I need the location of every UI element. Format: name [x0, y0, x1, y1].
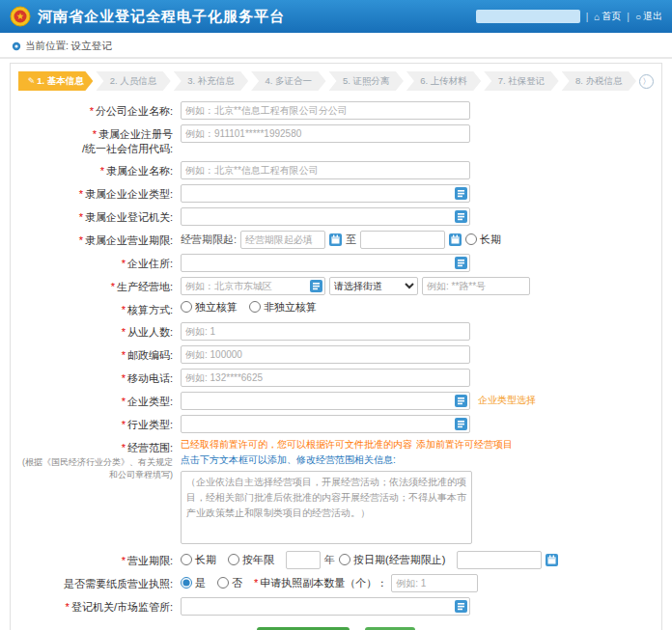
term-years-input[interactable] — [286, 551, 321, 569]
business-scope-sublabel: (根据《国民经济行业分类》、有关规定和公司章程填写) — [16, 456, 173, 480]
user-info-redacted — [476, 10, 580, 23]
step-tab-upload[interactable]: 6. 上传材料 — [406, 71, 481, 91]
form-row-registry: *登记机关/市场监管所: — [16, 596, 656, 616]
business-site-picker-icon[interactable] — [310, 280, 322, 292]
field-label: *隶属企业企业类型: — [16, 183, 181, 202]
registry-picker-icon[interactable] — [455, 600, 467, 613]
parent-authority-picker-icon[interactable] — [455, 210, 467, 223]
term-by-years-option[interactable]: 按年限 — [228, 553, 274, 567]
term-longterm-radio[interactable] — [181, 554, 192, 565]
term-end-date-input[interactable] — [457, 551, 542, 569]
step-label: 3. 补充信息 — [187, 75, 235, 86]
step-label: 8. 办税信息 — [575, 75, 623, 86]
home-link[interactable]: ⌂ 首页 — [594, 10, 621, 23]
parent-term-start-input[interactable] — [240, 231, 325, 249]
term-start-calendar-icon[interactable] — [329, 233, 342, 246]
term-longterm-option[interactable]: 长期 — [181, 553, 216, 567]
breadcrumb: 当前位置: 设立登记 — [25, 40, 112, 53]
home-link-label: 首页 — [602, 10, 621, 23]
business-site-detail-input[interactable] — [422, 277, 530, 295]
address-picker-icon[interactable] — [455, 257, 467, 269]
field-label: *营业期限: — [16, 550, 181, 568]
branch-name-input[interactable] — [181, 101, 470, 120]
field-label: *从业人数: — [16, 321, 181, 340]
parent-term-end-input[interactable] — [360, 231, 445, 249]
company-type-select-link[interactable]: 企业类型选择 — [478, 394, 536, 407]
accounting-independent-option[interactable]: 独立核算 — [181, 300, 238, 315]
accounting-non-independent-option[interactable]: 非独立核算 — [249, 300, 317, 315]
form-row-postcode: *邮政编码: — [16, 344, 656, 364]
industry-type-input[interactable] — [181, 415, 470, 433]
main-content: ✎1. 基本信息 2. 人员信息 3. 补充信息 4. 多证合一 5. 证照分离… — [10, 63, 662, 630]
field-label: *企业住所: — [16, 253, 181, 271]
postcode-input[interactable] — [181, 345, 470, 364]
steps-chevron-right-icon[interactable]: 〉 — [639, 74, 654, 89]
parent-name-input[interactable] — [181, 161, 470, 179]
parent-authority-input[interactable] — [181, 207, 470, 226]
step-tab-supplementary[interactable]: 3. 补充信息 — [174, 71, 248, 91]
edit-icon: ✎ — [28, 76, 36, 86]
paper-license-yes-radio[interactable] — [181, 577, 192, 589]
paper-license-yes-option[interactable]: 是 — [181, 576, 206, 590]
accounting-independent-radio[interactable] — [181, 301, 192, 313]
form-row-company-type: *企业类型: 企业类型选择 — [16, 391, 656, 410]
parent-term-longterm-option[interactable]: 长期 — [465, 233, 501, 247]
license-copies-input[interactable] — [391, 574, 478, 592]
term-to-label: 至 — [346, 233, 356, 247]
national-emblem-icon — [10, 6, 31, 27]
business-scope-textarea[interactable]: （企业依法自主选择经营项目，开展经营活动；依法须经批准的项目，经相关部门批准后依… — [181, 471, 472, 544]
step-tab-multi-cert[interactable]: 4. 多证合一 — [251, 71, 325, 91]
term-end-date-calendar-icon[interactable] — [546, 554, 558, 566]
field-label: *行业类型: — [16, 414, 181, 432]
form-row-business-site: *生产经营地: 请选择街道 — [16, 276, 656, 295]
step-label: 1. 基本信息 — [37, 75, 84, 86]
add-pre-license-link[interactable]: 添加前置许可经营项目 — [416, 439, 513, 450]
step-tab-basic-info[interactable]: ✎1. 基本信息 — [18, 71, 93, 91]
nav-divider: | — [586, 12, 589, 22]
street-select[interactable]: 请选择街道 — [329, 277, 418, 295]
form-row-paper-license: 是否需要纸质营业执照: 是 否 *申请执照副本数量（个）： — [16, 573, 656, 592]
form-row-parent-code: *隶属企业注册号 /统一社会信用代码: — [16, 123, 656, 156]
term-by-date-option[interactable]: 按日期(经营期限止) — [339, 553, 445, 567]
form-row-address: *企业住所: — [16, 253, 656, 272]
form-row-parent-type: *隶属企业企业类型: — [16, 183, 656, 203]
step-tab-personnel[interactable]: 2. 人员信息 — [96, 71, 170, 91]
step-tab-tax-info[interactable]: 8. 办税信息 — [562, 71, 636, 91]
registry-input[interactable] — [181, 597, 470, 616]
term-by-date-radio[interactable] — [339, 554, 350, 565]
employees-input[interactable] — [181, 322, 470, 341]
form-row-business-scope: *经营范围: (根据《国民经济行业分类》、有关规定和公司章程填写) 已经取得前置… — [16, 437, 656, 546]
logout-link-label: 退出 — [643, 10, 662, 23]
term-by-years-radio[interactable] — [228, 554, 239, 565]
app-title: 河南省企业登记全程电子化服务平台 — [38, 8, 285, 26]
company-type-picker-icon[interactable] — [455, 395, 467, 407]
home-icon: ⌂ — [594, 12, 600, 22]
industry-type-picker-icon[interactable] — [455, 418, 467, 430]
mobile-input[interactable] — [181, 369, 470, 387]
term-start-label: 经营期限起: — [181, 233, 237, 247]
parent-type-input[interactable] — [181, 184, 470, 203]
accounting-non-independent-radio[interactable] — [249, 301, 261, 313]
parent-term-longterm-radio[interactable] — [465, 233, 477, 245]
logout-link[interactable]: ○ 退出 — [635, 10, 662, 23]
paper-license-no-radio[interactable] — [217, 577, 229, 589]
term-end-calendar-icon[interactable] — [449, 233, 462, 246]
copies-label: *申请执照副本数量（个）： — [254, 576, 387, 590]
company-type-input[interactable] — [181, 392, 470, 410]
parent-code-input[interactable] — [181, 124, 470, 143]
parent-type-picker-icon[interactable] — [455, 187, 467, 200]
field-label: *核算方式: — [16, 299, 181, 317]
nav-divider: | — [627, 12, 630, 22]
app-header: 河南省企业登记全程电子化服务平台 | ⌂ 首页 | ○ 退出 — [0, 0, 672, 33]
back-button[interactable]: 返回 — [365, 627, 415, 630]
save-next-button[interactable]: 保存并下一步 — [257, 627, 350, 630]
field-label: *隶属企业名称: — [16, 160, 181, 178]
address-input[interactable] — [181, 254, 470, 272]
form-row-parent-term: *隶属企业营业期限: 经营期限起: 至 长期 — [16, 230, 656, 249]
paper-license-no-option[interactable]: 否 — [217, 576, 242, 590]
step-tab-cert-separation[interactable]: 5. 证照分离 — [329, 71, 404, 91]
scope-notice-orange: 已经取得前置许可的，您可以根据许可文件批准的内容 — [181, 439, 412, 450]
step-tab-social-security[interactable]: 7. 社保登记 — [484, 71, 558, 91]
field-label: *隶属企业注册号 /统一社会信用代码: — [16, 123, 181, 156]
business-site-area-input[interactable] — [181, 277, 325, 295]
